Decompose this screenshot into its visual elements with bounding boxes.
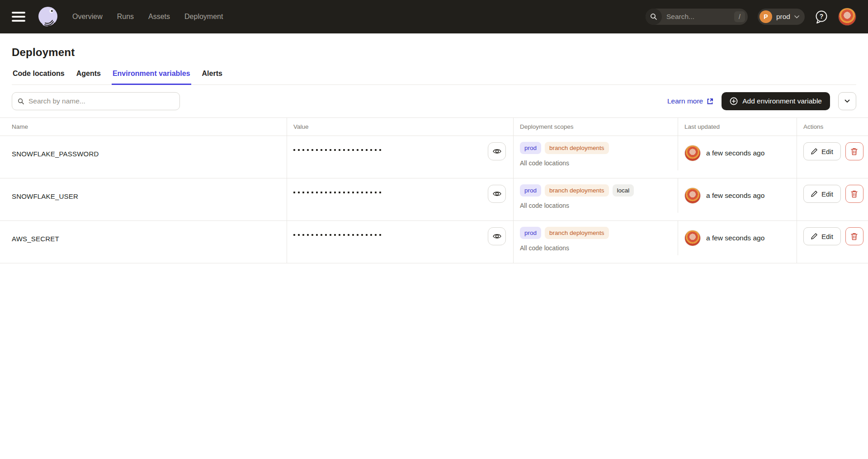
- masked-dot: [302, 192, 304, 193]
- scope-badge-prod: prod: [520, 142, 541, 154]
- scope-badges: prodbranch deployments: [520, 142, 678, 154]
- env-var-name: AWS_SECRET: [0, 221, 287, 263]
- last-updated-text: a few seconds ago: [706, 192, 764, 200]
- global-search-placeholder: Search...: [666, 13, 694, 21]
- masked-dot: [361, 149, 363, 151]
- masked-dot: [311, 192, 313, 193]
- masked-dot: [352, 149, 354, 151]
- masked-dot: [325, 149, 327, 151]
- edit-button-label: Edit: [821, 148, 833, 155]
- scope-badge-prod: prod: [520, 184, 541, 197]
- masked-dot: [361, 234, 363, 236]
- masked-dot: [298, 234, 300, 236]
- scope-badge-local: local: [613, 184, 634, 197]
- last-updated-text: a few seconds ago: [706, 234, 764, 242]
- nav-item-overview[interactable]: Overview: [72, 13, 103, 21]
- masked-dot: [298, 149, 300, 151]
- masked-dot: [375, 234, 377, 236]
- masked-dot: [366, 234, 368, 236]
- env-var-name: SNOWFLAKE_USER: [0, 178, 287, 220]
- pencil-icon: [811, 148, 817, 155]
- masked-dot: [334, 192, 336, 193]
- edit-button[interactable]: Edit: [803, 142, 841, 160]
- pencil-icon: [811, 191, 817, 197]
- masked-value: [293, 192, 381, 193]
- masked-dot: [370, 149, 372, 151]
- delete-button[interactable]: [845, 227, 863, 245]
- code-locations-text: All code locations: [520, 202, 678, 209]
- delete-button[interactable]: [845, 185, 863, 203]
- deployment-initial-avatar: P: [760, 10, 772, 23]
- nav-item-runs[interactable]: Runs: [117, 13, 134, 21]
- masked-dot: [339, 192, 340, 193]
- hamburger-menu-icon[interactable]: [12, 12, 25, 22]
- masked-dot: [361, 192, 363, 193]
- masked-dot: [321, 234, 322, 236]
- scope-badge-branch: branch deployments: [545, 184, 609, 197]
- search-icon: [646, 9, 662, 25]
- masked-dot: [343, 234, 345, 236]
- search-shortcut-badge: /: [734, 11, 745, 22]
- tab-environment-variables[interactable]: Environment variables: [112, 70, 191, 84]
- masked-dot: [379, 149, 381, 151]
- masked-dot: [343, 192, 345, 193]
- masked-dot: [307, 192, 309, 193]
- column-header-actions: Actions: [797, 118, 868, 136]
- masked-dot: [343, 149, 345, 151]
- add-options-dropdown-button[interactable]: [838, 92, 856, 110]
- editor-avatar: [684, 145, 701, 161]
- eye-icon: [493, 191, 501, 197]
- masked-dot: [311, 234, 313, 236]
- edit-button[interactable]: Edit: [803, 227, 841, 245]
- search-icon: [18, 98, 24, 105]
- nav-item-deployment[interactable]: Deployment: [184, 13, 223, 21]
- edit-button[interactable]: Edit: [803, 185, 841, 203]
- delete-button[interactable]: [845, 142, 863, 160]
- masked-dot: [325, 192, 327, 193]
- scope-badge-prod: prod: [520, 227, 541, 239]
- masked-dot: [311, 149, 313, 151]
- add-environment-variable-button[interactable]: Add environment variable: [722, 92, 830, 110]
- reveal-value-button[interactable]: [488, 227, 506, 245]
- last-updated-text: a few seconds ago: [706, 149, 764, 157]
- tab-agents[interactable]: Agents: [75, 70, 102, 84]
- dagster-logo[interactable]: [36, 5, 60, 28]
- search-by-name-input[interactable]: [28, 97, 174, 105]
- masked-dot: [375, 149, 377, 151]
- filter-search-field: [12, 92, 180, 110]
- top-nav: Overview Runs Assets Deployment Search..…: [0, 0, 868, 33]
- add-environment-variable-label: Add environment variable: [742, 97, 822, 105]
- masked-dot: [316, 234, 318, 236]
- eye-icon: [493, 148, 501, 155]
- masked-dot: [316, 192, 318, 193]
- help-icon[interactable]: ?: [815, 10, 828, 24]
- editor-avatar: [684, 230, 701, 246]
- pencil-icon: [811, 233, 817, 239]
- masked-dot: [375, 192, 377, 193]
- trash-icon: [851, 148, 858, 155]
- primary-nav: Overview Runs Assets Deployment: [72, 13, 223, 21]
- masked-dot: [348, 234, 349, 236]
- masked-dot: [339, 234, 340, 236]
- code-locations-text: All code locations: [520, 159, 678, 167]
- reveal-value-button[interactable]: [488, 185, 506, 203]
- masked-dot: [293, 234, 295, 236]
- global-search[interactable]: Search... /: [646, 9, 748, 25]
- masked-dot: [302, 149, 304, 151]
- masked-dot: [316, 149, 318, 151]
- scope-badges: prodbranch deployments: [520, 227, 678, 239]
- user-avatar[interactable]: [838, 8, 856, 26]
- learn-more-link[interactable]: Learn more: [667, 97, 713, 105]
- deployment-switcher-label: prod: [776, 13, 790, 21]
- learn-more-label: Learn more: [667, 97, 703, 105]
- reveal-value-button[interactable]: [488, 142, 506, 160]
- masked-dot: [370, 192, 372, 193]
- masked-dot: [366, 192, 368, 193]
- tab-code-locations[interactable]: Code locations: [12, 70, 66, 84]
- tab-alerts[interactable]: Alerts: [201, 70, 223, 84]
- trash-icon: [851, 190, 858, 198]
- env-var-name: SNOWFLAKE_PASSWORD: [0, 136, 287, 178]
- deployment-switcher[interactable]: P prod: [758, 9, 805, 25]
- masked-dot: [298, 192, 300, 193]
- nav-item-assets[interactable]: Assets: [148, 13, 170, 21]
